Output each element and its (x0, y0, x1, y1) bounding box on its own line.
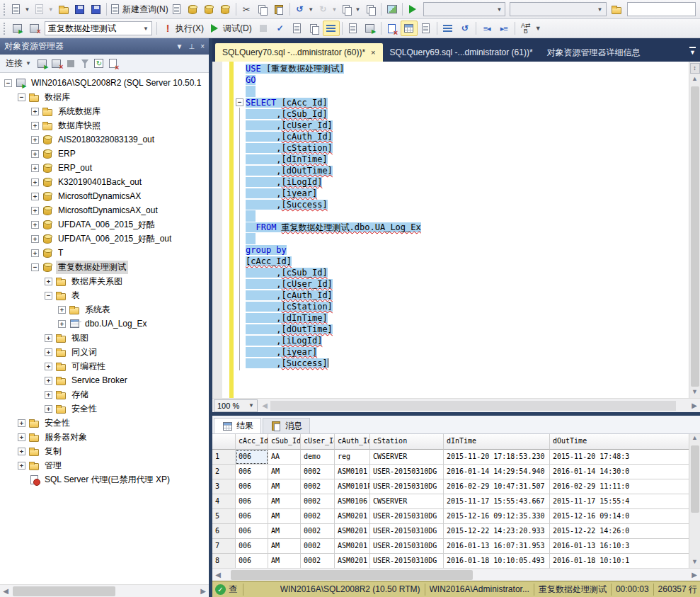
grid-column-header[interactable]: cSub_Id (268, 434, 301, 450)
grid-cell[interactable]: ASM0101PU (335, 479, 370, 494)
document-tab-2[interactable]: SQLQuery69.sql -...dministrator (61))* (383, 43, 540, 62)
grid-cell[interactable]: AM (268, 539, 301, 554)
expand-icon[interactable]: + (58, 306, 66, 314)
available-databases-combo[interactable]: 重复数据处理测试 ▼ (45, 21, 152, 35)
code-line[interactable]: ,[dInTime] (246, 312, 689, 324)
grid-cell[interactable]: 0002 (301, 465, 335, 479)
code-line[interactable]: ,[Success] (246, 358, 689, 369)
tree-item[interactable]: +ERP_out (0, 161, 209, 175)
change-connection-button[interactable] (8, 21, 25, 36)
grid-cell[interactable]: 0002 (301, 479, 335, 494)
recent-files-button[interactable] (609, 1, 625, 17)
expand-icon[interactable]: + (31, 122, 39, 130)
new-item-button[interactable]: ▼ (8, 1, 32, 17)
execute-button[interactable]: ! 执行(X) (159, 21, 207, 36)
change-database-button[interactable] (25, 21, 42, 36)
grid-cell[interactable]: 006 (236, 479, 268, 494)
grid-cell[interactable]: AM (268, 494, 301, 509)
debug-button[interactable]: 调试(D) (207, 21, 255, 36)
script-error-icon[interactable] (108, 58, 119, 69)
code-line[interactable]: ,[cStation] (246, 301, 689, 312)
tree-item[interactable]: +服务器对象 (0, 430, 209, 444)
tree-item[interactable]: +AIS20180328083139_out (0, 132, 209, 147)
collapse-region-icon[interactable]: − (236, 98, 243, 106)
decrease-indent-button[interactable]: ≡◂ (478, 21, 495, 36)
tree-item[interactable]: +管理 (0, 458, 209, 472)
editor-zoom-combo[interactable]: 100 % ▼ (214, 399, 258, 412)
grid-cell[interactable]: 2015-11-20 17:48:3 (550, 450, 689, 465)
grid-cell[interactable]: AM (268, 554, 301, 568)
row-number-cell[interactable]: 2 (212, 465, 236, 479)
scroll-left-icon[interactable]: ◀ (0, 587, 11, 595)
paste-button[interactable] (271, 1, 287, 17)
scroll-right-icon[interactable]: ▶ (689, 571, 700, 579)
object-explorer-titlebar[interactable]: 对象资源管理器 ▼ ⊥ × (0, 38, 209, 55)
refresh-icon[interactable]: ↻ (93, 58, 105, 69)
comment-lines-button[interactable] (440, 21, 457, 36)
grid-cell[interactable]: 2015-12-22 14:23:20.933 (444, 524, 550, 539)
tree-item[interactable]: +系统数据库 (0, 104, 209, 118)
tree-item-label[interactable]: 同义词 (69, 346, 99, 359)
code-line[interactable]: FROM 重复数据处理测试.dbo.UA_Log_Ex (246, 222, 689, 233)
tree-item-label[interactable]: 系统表 (83, 303, 113, 317)
tree-item-label[interactable]: 安全性 (69, 402, 99, 416)
expand-icon[interactable]: + (58, 320, 66, 328)
copy-button[interactable] (255, 1, 271, 17)
tree-item-label[interactable]: 重复数据处理测试 (56, 261, 128, 274)
close-icon[interactable]: × (200, 42, 205, 50)
new-query-button[interactable]: 新建查询(N) (109, 1, 168, 17)
uncomment-lines-button[interactable]: ↺ (457, 21, 474, 36)
window-position-icon[interactable]: ▼ (176, 42, 183, 50)
grid-cell[interactable]: 2016-01-14 14:30:0 (550, 465, 689, 479)
expand-icon[interactable]: + (31, 235, 39, 243)
expand-icon[interactable]: + (31, 150, 39, 158)
grid-cell[interactable]: 2016-01-13 16:07:31.953 (444, 539, 550, 554)
grid-cell[interactable]: CWSERVER (370, 450, 444, 465)
scroll-right-icon[interactable]: ▶ (689, 402, 700, 409)
tree-item-label[interactable]: 存储 (69, 388, 91, 402)
scroll-up-icon[interactable]: ▲ (692, 434, 698, 444)
navigate-forward-button[interactable] (362, 1, 379, 17)
tree-item[interactable]: +Service Broker (0, 373, 209, 387)
editor-hscroll-thumb[interactable] (270, 401, 676, 411)
row-number-cell[interactable]: 4 (212, 494, 236, 509)
grid-cell[interactable]: 0002 (301, 539, 335, 554)
code-line[interactable]: ,[cUser_Id] (246, 120, 689, 131)
tree-item[interactable]: SQL Server 代理(已禁用代理 XP) (0, 472, 209, 487)
database-engine-query-button[interactable] (168, 1, 185, 17)
toolbar-combo-1[interactable]: ▼ (423, 2, 505, 16)
code-line[interactable]: group by (246, 244, 689, 256)
tree-item-label[interactable]: MicrosoftDynamicsAX_out (56, 205, 160, 216)
connect-object-icon[interactable] (37, 58, 48, 69)
grid-cell[interactable]: ASM0101 (335, 465, 370, 479)
row-number-cell[interactable]: 6 (212, 524, 236, 539)
code-line[interactable] (246, 86, 689, 97)
tree-item-label[interactable]: SQL Server 代理(已禁用代理 XP) (42, 473, 172, 487)
grid-cell[interactable]: AM (268, 465, 301, 479)
scroll-down-icon[interactable]: ▼ (692, 388, 698, 398)
tree-item[interactable]: +MicrosoftDynamicsAX_out (0, 203, 209, 217)
grid-cell[interactable]: CWSERVER (370, 494, 444, 509)
scroll-up-icon[interactable]: ▲ (692, 75, 698, 85)
increase-indent-button[interactable]: ▸≡ (495, 21, 512, 36)
results-to-grid-button[interactable] (401, 21, 418, 36)
expand-icon[interactable]: + (31, 221, 39, 229)
tree-item-label[interactable]: 管理 (42, 459, 64, 472)
tree-item-label[interactable]: UFDATA_006_2015_好酷_out (56, 232, 173, 246)
xmla-query-button[interactable] (217, 1, 234, 17)
tree-item-label[interactable]: ERP (56, 148, 78, 159)
expand-icon[interactable]: + (18, 448, 25, 455)
grid-cell[interactable]: ASM0201 (335, 524, 370, 539)
code-line[interactable]: ,[cAuth_Id] (246, 290, 689, 301)
grid-column-header[interactable]: dOutTime (550, 434, 689, 450)
grid-cell[interactable]: 2016-01-14 14:29:54.940 (444, 465, 550, 479)
grid-cell[interactable]: USER-20150310DG (370, 465, 444, 479)
grid-cell[interactable]: 006 (236, 450, 268, 465)
sqlcmd-mode-button[interactable] (345, 21, 362, 36)
scroll-left-icon[interactable]: ◀ (212, 571, 224, 579)
tree-item[interactable]: +数据库关系图 (0, 274, 209, 288)
scroll-down-icon[interactable]: ▼ (692, 558, 698, 568)
tree-item[interactable]: +可编程性 (0, 359, 209, 373)
code-line[interactable]: ,[cUser_Id] (246, 278, 689, 290)
collapse-icon[interactable]: − (31, 263, 39, 271)
